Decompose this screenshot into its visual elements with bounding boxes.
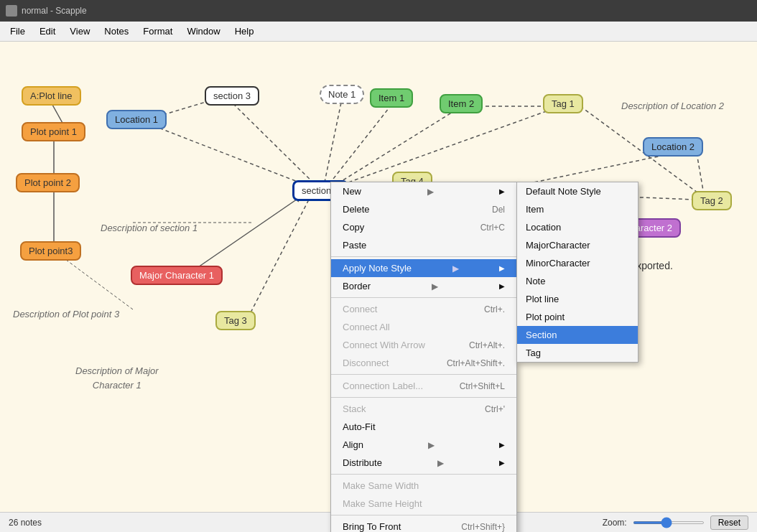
note-item1[interactable]: Item 1 [370, 88, 413, 108]
note-note1[interactable]: Note 1 [320, 85, 364, 104]
context-menu: New ▶ Delete Del Copy Ctrl+C Paste Apply… [330, 182, 517, 532]
note-plotpoint3[interactable]: Plot point3 [20, 241, 81, 261]
cm-connect-all: Connect All [331, 318, 516, 336]
sm-plot-point[interactable]: Plot point [517, 308, 638, 326]
menu-help[interactable]: Help [228, 23, 261, 39]
cm-sep3 [331, 374, 516, 375]
svg-line-10 [52, 105, 63, 124]
sm-minor-character[interactable]: MinorCharacter [517, 254, 638, 272]
sm-plot-line[interactable]: Plot line [517, 290, 638, 308]
menu-view[interactable]: View [62, 23, 97, 39]
svg-line-21 [697, 153, 704, 195]
cm-align[interactable]: Align ▶ [331, 436, 516, 454]
menu-edit[interactable]: Edit [32, 23, 62, 39]
svg-line-5 [330, 106, 560, 189]
sm-major-character[interactable]: MajorCharacter [517, 236, 638, 254]
cm-autofit[interactable]: Auto-Fit [331, 418, 516, 436]
sm-section[interactable]: Section [517, 326, 638, 344]
notes-count: 26 notes [9, 518, 42, 528]
svg-line-2 [325, 105, 391, 189]
cm-sep6 [331, 515, 516, 515]
svg-line-0 [230, 101, 323, 192]
cm-bring-front[interactable]: Bring To Front Ctrl+Shift+} [331, 518, 516, 532]
note-tag3[interactable]: Tag 3 [215, 311, 256, 330]
cm-delete[interactable]: Delete Del [331, 200, 516, 218]
cm-copy[interactable]: Copy Ctrl+C [331, 218, 516, 236]
note-desc-majorchar: Description of MajorCharacter 1 [68, 361, 166, 395]
titlebar: normal - Scapple [0, 0, 757, 22]
svg-line-15 [57, 253, 133, 309]
note-tag1[interactable]: Tag 1 [543, 94, 583, 113]
cm-same-width: Make Same Width [331, 477, 516, 495]
cm-paste[interactable]: Paste [331, 236, 516, 254]
cm-connect: Connect Ctrl+. [331, 300, 516, 318]
sm-tag[interactable]: Tag [517, 344, 638, 362]
note-plotpoint1[interactable]: Plot point 1 [22, 122, 85, 141]
sm-location[interactable]: Location [517, 218, 638, 236]
cm-apply-note-style[interactable]: Apply Note Style ▶ [331, 259, 516, 277]
svg-line-1 [323, 103, 341, 189]
cm-stack: Stack Ctrl+' [331, 400, 516, 418]
cm-sep5 [331, 474, 516, 475]
menu-format[interactable]: Format [136, 23, 180, 39]
cm-border[interactable]: Border ▶ [331, 277, 516, 295]
note-desc-plotpoint3: Description of Plot point 3 [6, 306, 126, 322]
sm-default-note-style[interactable]: Default Note Style [517, 182, 638, 200]
note-desc-section1: Description of section 1 [93, 220, 205, 236]
cm-disconnect: Disconnect Ctrl+Alt+Shift+. [331, 354, 516, 372]
statusbar-right: Zoom: Reset [603, 515, 748, 530]
canvas: A:Plot line Plot point 1 Plot point 2 Pl… [0, 42, 757, 532]
menu-window[interactable]: Window [180, 23, 227, 39]
zoom-label: Zoom: [603, 518, 627, 528]
svg-line-6 [140, 121, 320, 190]
sm-note[interactable]: Note [517, 272, 638, 290]
cm-sep4 [331, 397, 516, 398]
note-desc-location2: Description of Location 2 [614, 98, 731, 114]
cm-connect-arrow: Connect With Arrow Ctrl+Alt+. [331, 336, 516, 354]
note-item2[interactable]: Item 2 [440, 94, 483, 113]
note-majorchar1[interactable]: Major Character 1 [131, 266, 223, 285]
note-section3[interactable]: section 3 [205, 86, 259, 106]
zoom-slider[interactable] [633, 521, 705, 524]
note-tag2[interactable]: Tag 2 [692, 191, 732, 210]
menu-notes[interactable]: Notes [97, 23, 136, 39]
note-aplot[interactable]: A:Plot line [22, 86, 81, 106]
note-location2[interactable]: Location 2 [643, 137, 703, 157]
note-location1[interactable]: Location 1 [106, 110, 167, 129]
note-plotpoint2[interactable]: Plot point 2 [16, 173, 80, 192]
sm-item[interactable]: Item [517, 200, 638, 218]
cm-sep2 [331, 297, 516, 298]
svg-line-13 [248, 200, 309, 318]
cm-new[interactable]: New ▶ [331, 182, 516, 200]
submenu: Default Note Style Item Location MajorCh… [516, 182, 638, 363]
reset-button[interactable]: Reset [710, 515, 748, 530]
cm-connection-label: Connection Label... Ctrl+Shift+L [331, 377, 516, 395]
cm-same-height: Make Same Height [331, 495, 516, 513]
cm-distribute[interactable]: Distribute ▶ [331, 454, 516, 472]
svg-line-7 [187, 196, 302, 275]
menubar: FileEditViewNotesFormatWindowHelp [0, 22, 757, 42]
window-title: normal - Scapple [22, 6, 87, 16]
app-icon [6, 5, 17, 17]
menu-file[interactable]: File [3, 23, 32, 39]
cm-sep1 [331, 256, 516, 257]
